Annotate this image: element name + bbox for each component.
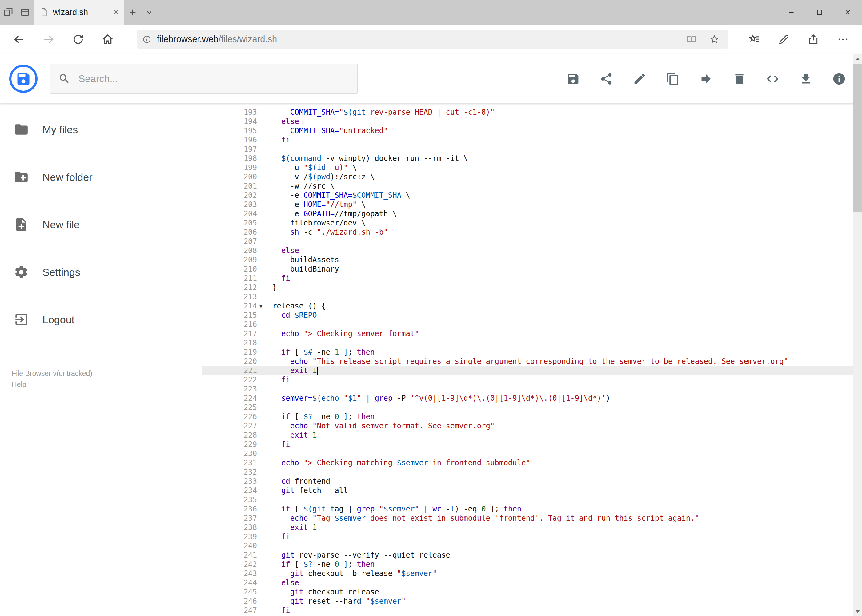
scrollbar-down-button[interactable]: [853, 607, 862, 616]
code-line[interactable]: 237 echo "Tag $semver does not exist in …: [202, 514, 862, 523]
code-line[interactable]: 199 -u "$(id -u)" \: [202, 163, 862, 172]
info-button[interactable]: [832, 72, 846, 86]
code-line[interactable]: 208 else: [202, 246, 862, 255]
code-line[interactable]: 230: [202, 449, 862, 458]
save-button[interactable]: [566, 72, 580, 86]
code-line[interactable]: 209 buildAssets: [202, 255, 862, 264]
site-info-icon[interactable]: [142, 35, 151, 44]
code-line[interactable]: 229 fi: [202, 440, 862, 449]
more-button[interactable]: [828, 27, 858, 52]
code-line[interactable]: 194 else: [202, 117, 862, 126]
code-line[interactable]: 233 cd frontend: [202, 477, 862, 486]
code-view-button[interactable]: [766, 72, 780, 86]
code-line[interactable]: 240: [202, 541, 862, 550]
code-line[interactable]: 215 cd $REPO: [202, 311, 862, 320]
code-line[interactable]: 244 else: [202, 578, 862, 588]
fold-marker-icon[interactable]: ▾: [257, 302, 273, 311]
minimize-button[interactable]: [777, 0, 805, 25]
search-box[interactable]: [50, 64, 358, 94]
code-line[interactable]: 198 $(command -v winpty) docker run --rm…: [202, 154, 862, 163]
help-link[interactable]: Help: [12, 379, 190, 390]
move-button[interactable]: [699, 72, 713, 86]
code-line[interactable]: 206 sh -c "./wizard.sh -b": [202, 228, 862, 237]
code-line[interactable]: 231 echo "> Checking matching $semver in…: [202, 458, 862, 467]
code-line[interactable]: 212}: [202, 283, 862, 292]
sidebar-item-my-files[interactable]: My files: [0, 106, 202, 153]
hub-button[interactable]: [739, 27, 769, 52]
annotate-button[interactable]: [769, 27, 799, 52]
code-line[interactable]: 228 exit 1: [202, 431, 862, 440]
tab-preview-toggle[interactable]: [141, 0, 158, 25]
search-input[interactable]: [79, 73, 349, 85]
code-line[interactable]: 213: [202, 292, 862, 302]
reading-view-button[interactable]: [683, 31, 700, 48]
code-line[interactable]: 202 -e COMMIT_SHA=$COMMIT_SHA \: [202, 191, 862, 200]
code-line[interactable]: 205 filebrowser/dev \: [202, 218, 862, 228]
code-line[interactable]: 236 if [ $(git tag | grep "$semver" | wc…: [202, 504, 862, 514]
code-line[interactable]: 216: [202, 320, 862, 329]
delete-button[interactable]: [733, 72, 746, 86]
code-line[interactable]: 214▾release () {: [202, 302, 862, 311]
set-tabs-aside-button[interactable]: [0, 0, 17, 25]
code-line[interactable]: 210 buildBinary: [202, 264, 862, 274]
code-line[interactable]: 220 echo "This release script requires a…: [202, 357, 862, 366]
download-button[interactable]: [799, 72, 813, 86]
sidebar-item-new-file[interactable]: New file: [0, 201, 202, 248]
scrollbar-thumb[interactable]: [853, 64, 862, 212]
copy-button[interactable]: [666, 72, 680, 86]
code-line[interactable]: 203 -e HOME="//tmp" \: [202, 200, 862, 209]
tab-close-icon[interactable]: [113, 9, 120, 16]
sidebar-item-settings[interactable]: Settings: [0, 248, 202, 296]
code-line[interactable]: 243 git checkout -b release "$semver": [202, 569, 862, 578]
code-line[interactable]: 219 if [ $# -ne 1 ]; then: [202, 347, 862, 357]
address-bar[interactable]: filebrowser.web/files/wizard.sh: [137, 30, 728, 49]
code-line[interactable]: 227 echo "Not valid semver format. See s…: [202, 421, 862, 431]
rename-button[interactable]: [633, 72, 646, 86]
close-window-button[interactable]: [834, 0, 862, 25]
code-line[interactable]: 242 if [ $? -ne 0 ]; then: [202, 560, 862, 569]
code-line[interactable]: 226 if [ $? -ne 0 ]; then: [202, 412, 862, 421]
code-line[interactable]: 241 git rev-parse --verify --quiet relea…: [202, 550, 862, 560]
code-line[interactable]: 239 fi: [202, 532, 862, 541]
code-line[interactable]: 197: [202, 145, 862, 154]
sidebar-item-logout[interactable]: Logout: [0, 296, 202, 343]
page-scrollbar[interactable]: [853, 54, 862, 616]
code-line[interactable]: 207: [202, 237, 862, 246]
code-line[interactable]: 196 fi: [202, 135, 862, 145]
code-line[interactable]: 211 fi: [202, 274, 862, 283]
code-line[interactable]: 234 git fetch --all: [202, 486, 862, 495]
favorite-star-button[interactable]: [706, 31, 723, 48]
filebrowser-logo[interactable]: [9, 64, 38, 93]
scrollbar-up-button[interactable]: [853, 54, 862, 63]
code-editor[interactable]: 193 COMMIT_SHA="$(git rev-parse HEAD | c…: [202, 103, 862, 616]
code-line[interactable]: 225: [202, 403, 862, 412]
code-line[interactable]: 235: [202, 495, 862, 504]
code-line[interactable]: 247 fi: [202, 606, 862, 615]
code-line[interactable]: 195 COMMIT_SHA="untracked": [202, 126, 862, 135]
code-line[interactable]: 224 semver=$(echo "$1" | grep -P '^v(0|[…: [202, 394, 862, 403]
home-button[interactable]: [93, 27, 123, 52]
back-button[interactable]: [4, 27, 34, 52]
forward-button[interactable]: [34, 27, 63, 52]
share-button[interactable]: [599, 72, 613, 86]
code-line[interactable]: 193 COMMIT_SHA="$(git rev-parse HEAD | c…: [202, 108, 862, 117]
code-line[interactable]: 223: [202, 384, 862, 394]
code-line[interactable]: 221 exit 1: [202, 366, 862, 375]
refresh-button[interactable]: [63, 27, 93, 52]
code-line[interactable]: 218: [202, 338, 862, 347]
code-line[interactable]: 238 exit 1: [202, 523, 862, 532]
tabs-preview-button[interactable]: [17, 0, 33, 25]
code-line[interactable]: 217 echo "> Checking semver format": [202, 329, 862, 338]
maximize-button[interactable]: [805, 0, 834, 25]
code-line[interactable]: 232: [202, 467, 862, 477]
sidebar-item-new-folder[interactable]: New folder: [0, 154, 202, 201]
code-line[interactable]: 246 git reset --hard "$semver": [202, 597, 862, 606]
code-line[interactable]: 201 -w //src \: [202, 181, 862, 191]
code-line[interactable]: 222 fi: [202, 375, 862, 384]
code-line[interactable]: 200 -v /$(pwd):/src:z \: [202, 172, 862, 181]
code-line[interactable]: 245 git checkout release: [202, 588, 862, 597]
code-line[interactable]: 204 -e GOPATH=//tmp/gopath \: [202, 209, 862, 218]
new-tab-button[interactable]: [124, 0, 141, 25]
browser-tab[interactable]: wizard.sh: [35, 0, 124, 25]
share-page-button[interactable]: [799, 27, 828, 52]
